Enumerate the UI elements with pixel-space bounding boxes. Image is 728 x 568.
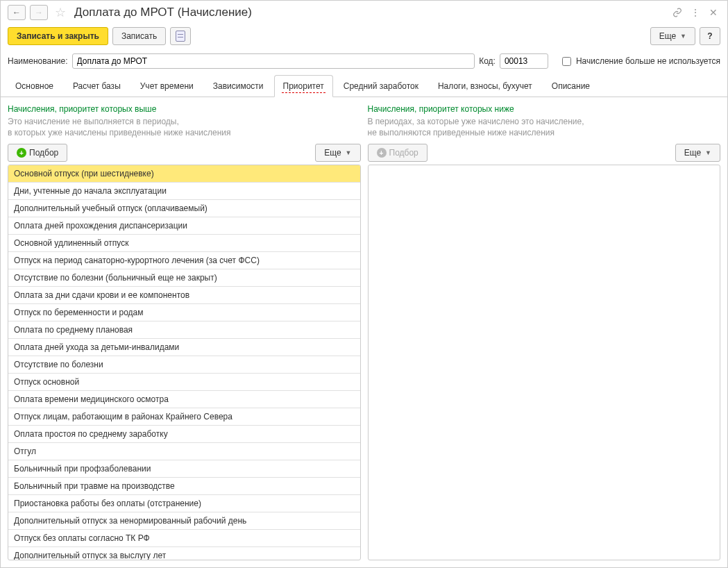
tab-4[interactable]: Приоритет (274, 75, 333, 97)
list-item[interactable]: Отсутствие по болезни (больничный еще не… (8, 269, 360, 287)
tab-6[interactable]: Налоги, взносы, бухучет (429, 75, 541, 97)
not-used-checkbox[interactable] (562, 57, 571, 66)
name-input[interactable] (72, 53, 475, 69)
higher-desc: Это начисление не выполняется в периоды,… (8, 116, 361, 138)
list-item[interactable]: Отпуск лицам, работающим в районах Крайн… (8, 408, 360, 426)
link-icon[interactable] (670, 6, 684, 19)
tab-2[interactable]: Учет времени (131, 75, 203, 97)
lower-priority-pane: Начисления, приоритет которых ниже В пер… (368, 104, 721, 560)
code-label: Код: (479, 56, 496, 66)
higher-priority-pane: Начисления, приоритет которых выше Это н… (8, 104, 361, 560)
code-input[interactable] (500, 53, 548, 69)
list-item[interactable]: Оплата дней прохождения диспансеризации (8, 217, 360, 235)
list-item[interactable]: Отпуск по беременности и родам (8, 304, 360, 321)
lower-title: Начисления, приоритет которых ниже (368, 104, 721, 114)
priority-content: Начисления, приоритет которых выше Это н… (1, 97, 727, 567)
arrow-right-icon: → (35, 8, 43, 17)
list-item[interactable]: Отпуск без оплаты согласно ТК РФ (8, 530, 360, 547)
higher-toolbar: + Подбор Еще ▼ (8, 144, 361, 162)
favorite-star-icon[interactable]: ☆ (55, 5, 66, 20)
write-button[interactable]: Записать (112, 27, 166, 45)
list-item[interactable]: Оплата времени медицинского осмотра (8, 391, 360, 408)
lower-pick-button[interactable]: + Подбор (368, 144, 428, 162)
list-item[interactable]: Основной удлиненный отпуск (8, 235, 360, 252)
list-item[interactable]: Больничный при травме на производстве (8, 478, 360, 495)
help-button[interactable]: ? (700, 27, 720, 45)
tab-5[interactable]: Средний заработок (335, 75, 428, 97)
write-and-close-button[interactable]: Записать и закрыть (8, 27, 108, 45)
list-item[interactable]: Приостановка работы без оплаты (отстране… (8, 495, 360, 512)
plus-icon: + (17, 148, 26, 158)
lower-desc: В периодах, за которые уже начислено это… (368, 116, 721, 138)
header-fields: Наименование: Код: Начисление больше не … (1, 51, 727, 74)
lower-toolbar: + Подбор Еще ▼ (368, 144, 721, 162)
list-item[interactable]: Больничный при профзаболевании (8, 460, 360, 478)
chevron-down-icon: ▼ (680, 33, 686, 40)
nav-forward-button[interactable]: → (30, 5, 48, 20)
higher-title: Начисления, приоритет которых выше (8, 104, 361, 114)
document-icon (176, 31, 185, 42)
tab-0[interactable]: Основное (6, 75, 62, 97)
list-item[interactable]: Дополнительный отпуск за выслугу лет (8, 547, 360, 560)
higher-list[interactable]: Основной отпуск (при шестидневке)Дни, уч… (8, 165, 361, 560)
higher-pick-button[interactable]: + Подбор (8, 144, 67, 162)
titlebar: ← → ☆ Доплата до МРОТ (Начисление) ⋮ ✕ (1, 1, 727, 24)
list-item[interactable]: Отгул (8, 443, 360, 460)
list-item[interactable]: Дополнительный отпуск за ненормированный… (8, 512, 360, 530)
main-toolbar: Записать и закрыть Записать Еще ▼ ? (1, 24, 727, 51)
list-item[interactable]: Оплата по среднему плановая (8, 321, 360, 339)
list-item[interactable]: Оплата за дни сдачи крови и ее компонент… (8, 287, 360, 304)
list-item[interactable]: Отпуск на период санаторно-курортного ле… (8, 252, 360, 269)
chevron-down-icon: ▼ (705, 149, 711, 156)
arrow-left-icon: ← (12, 8, 21, 17)
window: ← → ☆ Доплата до МРОТ (Начисление) ⋮ ✕ З… (0, 0, 728, 568)
list-item[interactable]: Оплата дней ухода за детьми-инвалидами (8, 339, 360, 356)
list-item[interactable]: Отсутствие по болезни (8, 356, 360, 374)
tab-3[interactable]: Зависимости (204, 75, 273, 97)
list-item[interactable]: Оплата простоя по среднему заработку (8, 426, 360, 443)
lower-more-button[interactable]: Еще ▼ (675, 144, 720, 162)
chevron-down-icon: ▼ (346, 149, 352, 156)
list-item[interactable]: Дни, учтенные до начала эксплуатации (8, 183, 360, 200)
lower-list[interactable] (368, 165, 721, 560)
kebab-menu-icon[interactable]: ⋮ (688, 6, 702, 19)
tab-1[interactable]: Расчет базы (64, 75, 130, 97)
more-button[interactable]: Еще ▼ (650, 27, 695, 45)
close-icon[interactable]: ✕ (706, 6, 720, 19)
tab-7[interactable]: Описание (543, 75, 599, 97)
window-title: Доплата до МРОТ (Начисление) (74, 6, 252, 19)
list-item[interactable]: Отпуск основной (8, 374, 360, 391)
name-label: Наименование: (8, 56, 68, 66)
tab-bar: ОсновноеРасчет базыУчет времениЗависимос… (1, 74, 727, 97)
list-item[interactable]: Дополнительный учебный отпуск (оплачивае… (8, 200, 360, 217)
plus-icon: + (377, 148, 387, 158)
report-button[interactable] (170, 27, 191, 45)
higher-more-button[interactable]: Еще ▼ (315, 144, 360, 162)
nav-back-button[interactable]: ← (8, 5, 26, 20)
list-item[interactable]: Основной отпуск (при шестидневке) (8, 165, 360, 183)
not-used-label: Начисление больше не используется (576, 56, 720, 66)
